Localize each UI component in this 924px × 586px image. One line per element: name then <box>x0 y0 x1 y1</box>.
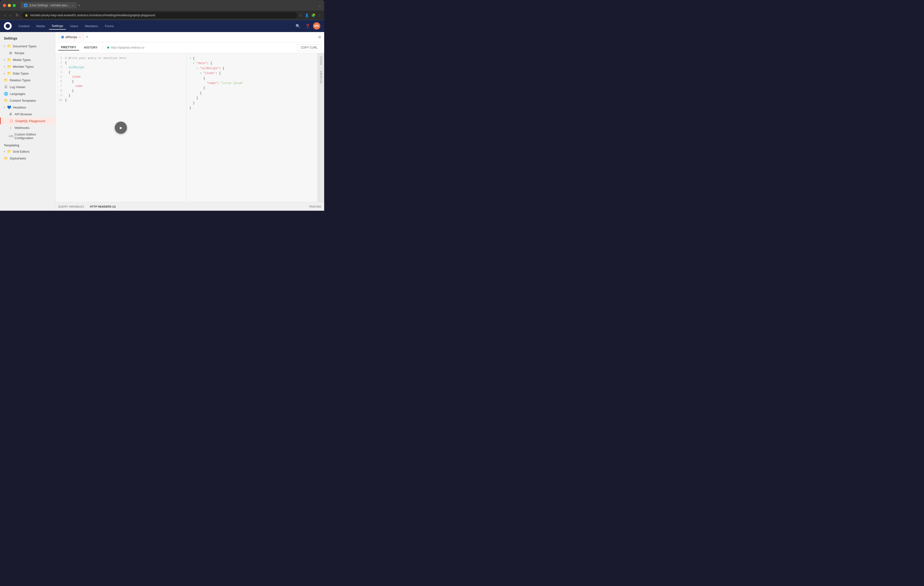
folder-icon: 📁 <box>7 65 11 68</box>
browser-tab[interactable]: 🔵 (Live) Settings - michiels-pluc... × <box>21 2 77 8</box>
sidebar-item-custom-editors[interactable]: </> Custom Editors Configuration <box>0 131 55 141</box>
query-line-5: 5 items <box>58 75 183 79</box>
minimize-button[interactable] <box>8 4 11 7</box>
play-icon: ▶ <box>120 125 122 130</box>
expand-arrow-icon: ▾ <box>4 45 5 47</box>
main-layout: Settings ▾ 📁 Document Types ⊞ Recipe ▸ 📁… <box>0 32 324 211</box>
profile-icon[interactable]: 👤 <box>305 13 309 17</box>
sidebar-label-custom-editors: Custom Editors Configuration <box>15 132 51 140</box>
umbraco-logo[interactable] <box>4 22 12 30</box>
sidebar-item-api-browser[interactable]: 🖥 API Browser <box>0 111 55 118</box>
sidebar-right: DOCS SCHEMA <box>317 53 324 202</box>
folder-icon: 📁 <box>7 58 11 62</box>
nav-settings[interactable]: Settings <box>49 23 66 30</box>
sidebar-item-log-viewer[interactable]: ☰ Log Viewer <box>0 83 55 90</box>
more-icon[interactable]: ⋮ <box>318 13 321 17</box>
sidebar-item-data-types[interactable]: ▸ 📁 Data Types <box>0 70 55 77</box>
sidebar-label-grid-editors: Grid Editors <box>13 150 30 154</box>
url-text: michiels-plucky-harp-seal.euwest01.umbra… <box>30 13 155 17</box>
title-bar: 🔵 (Live) Settings - michiels-pluc... × +… <box>0 0 324 11</box>
sidebar-label-languages: Languages <box>10 92 25 96</box>
endpoint-url: https://graphql.umbraco.io <box>111 46 144 49</box>
folder-icon: 📁 <box>7 71 11 75</box>
reload-button[interactable]: ↻ <box>14 12 20 18</box>
tracing-button[interactable]: TRACING <box>309 205 321 208</box>
query-line-7: 7 name <box>58 84 183 89</box>
folder-icon: 📁 <box>4 99 8 103</box>
query-line-8: 8 } <box>58 89 183 93</box>
address-bar: ‹ › ↻ 🔒 michiels-plucky-harp-seal.euwest… <box>0 11 324 20</box>
maximize-button[interactable] <box>13 4 16 7</box>
templating-section-title: Templating <box>0 141 55 148</box>
bookmark-icon[interactable]: ☆ <box>299 13 302 17</box>
sidebar-item-media-types[interactable]: ▸ 📁 Media Types <box>0 56 55 63</box>
docs-button[interactable]: DOCS <box>318 53 323 68</box>
query-line-10: 10 } <box>58 98 183 103</box>
settings-gear-icon[interactable]: ⚙ <box>318 35 321 39</box>
folder-icon: 📁 <box>7 44 11 48</box>
sidebar-item-document-types[interactable]: ▾ 📁 Document Types <box>0 43 55 50</box>
query-tab-allrecipe[interactable]: allRecipe × <box>58 33 84 41</box>
query-line-4: 4 { <box>58 70 183 75</box>
tab-title: (Live) Settings - michiels-pluc... <box>30 3 70 7</box>
top-nav: Content Media Settings Users Members For… <box>0 20 324 32</box>
http-headers-button[interactable]: HTTP HEADERS (1) <box>90 205 116 208</box>
nav-content[interactable]: Content <box>15 23 33 29</box>
endpoint-display: https://graphql.umbraco.io <box>105 46 144 49</box>
graphql-icon: ⬡ <box>10 119 13 123</box>
sidebar-item-member-types[interactable]: ▸ 📁 Member Types <box>0 63 55 70</box>
query-line-1: 1 # Write your query or mutation here <box>58 56 183 61</box>
sidebar-item-languages[interactable]: 🌐 Languages <box>0 90 55 97</box>
tab-close-button[interactable]: × <box>72 4 73 7</box>
monitor-icon: 🖥 <box>9 112 13 116</box>
copy-curl-button[interactable]: COPY CURL <box>297 44 321 51</box>
expand-arrow-icon: ▸ <box>4 58 5 61</box>
nav-users[interactable]: Users <box>67 23 81 29</box>
new-tab-button[interactable]: + <box>78 3 80 8</box>
address-actions: ☆ 👤 🧩 ⋮ <box>299 13 321 17</box>
help-icon[interactable]: ❓ <box>303 22 312 30</box>
folder-icon: 📁 <box>7 149 11 154</box>
result-panel: ▾ { ▾ "data": { ▾ "allRecipe": { ▾ "item… <box>186 53 318 202</box>
sidebar-label-document-types: Document Types <box>13 45 36 48</box>
sidebar-label-webhooks: Webhooks <box>15 126 30 130</box>
sidebar-label-api-browser: API Browser <box>15 113 32 116</box>
schema-button[interactable]: SCHEMA <box>318 68 323 86</box>
sidebar-item-headless[interactable]: ▾ 💙 Headless <box>0 104 55 111</box>
url-input[interactable]: 🔒 michiels-plucky-harp-seal.euwest01.umb… <box>22 12 297 18</box>
history-button[interactable]: HISTORY <box>81 45 101 50</box>
bottom-bar: QUERY VARIABLES HTTP HEADERS (1) TRACING <box>55 202 324 211</box>
sidebar-item-webhooks[interactable]: ↕ Webhooks <box>0 124 55 131</box>
sidebar-item-stylesheets[interactable]: 📁 Stylesheets <box>0 155 55 162</box>
sidebar-label-relation-types: Relation Types <box>10 78 31 82</box>
webhook-icon: ↕ <box>9 126 13 130</box>
run-button[interactable]: ▶ <box>115 122 127 134</box>
back-button[interactable]: ‹ <box>3 13 7 18</box>
query-variables-button[interactable]: QUERY VARIABLES <box>58 205 84 208</box>
forward-button[interactable]: › <box>8 13 12 18</box>
sidebar-item-graphql-playground[interactable]: ⬡ GraphQL Playground <box>0 118 55 124</box>
user-avatar[interactable]: MS <box>313 22 320 30</box>
list-icon: ☰ <box>4 85 8 89</box>
tab-close-icon[interactable]: × <box>79 36 81 39</box>
nav-members[interactable]: Members <box>82 23 101 29</box>
extensions-icon[interactable]: 🧩 <box>311 13 315 17</box>
add-tab-button[interactable]: + <box>86 35 89 40</box>
sidebar-item-content-templates[interactable]: 📁 Content Templates <box>0 97 55 104</box>
nav-forms[interactable]: Forms <box>102 23 117 29</box>
close-button[interactable] <box>3 4 6 7</box>
sidebar-label-graphql-playground: GraphQL Playground <box>15 119 45 123</box>
sidebar-item-relation-types[interactable]: 📁 Relation Types <box>0 77 55 83</box>
sidebar-item-grid-editors[interactable]: ▸ 📁 Grid Editors <box>0 148 55 155</box>
query-editor[interactable]: 1 # Write your query or mutation here 2 … <box>55 53 186 202</box>
sidebar-label-recipe: Recipe <box>15 51 24 55</box>
expand-arrow-icon: ▾ <box>4 106 5 109</box>
result-json: ▾ { ▾ "data": { ▾ "allRecipe": { ▾ "item… <box>190 56 315 111</box>
grid-icon: ⊞ <box>9 51 13 55</box>
nav-media[interactable]: Media <box>33 23 48 29</box>
search-icon[interactable]: 🔍 <box>294 22 302 30</box>
endpoint-status-dot <box>107 46 109 48</box>
sidebar-item-recipe[interactable]: ⊞ Recipe <box>0 50 55 56</box>
graphql-playground: allRecipe × + ⚙ PRETTIFY HISTORY | ht <box>55 32 324 211</box>
prettify-button[interactable]: PRETTIFY <box>58 45 79 50</box>
